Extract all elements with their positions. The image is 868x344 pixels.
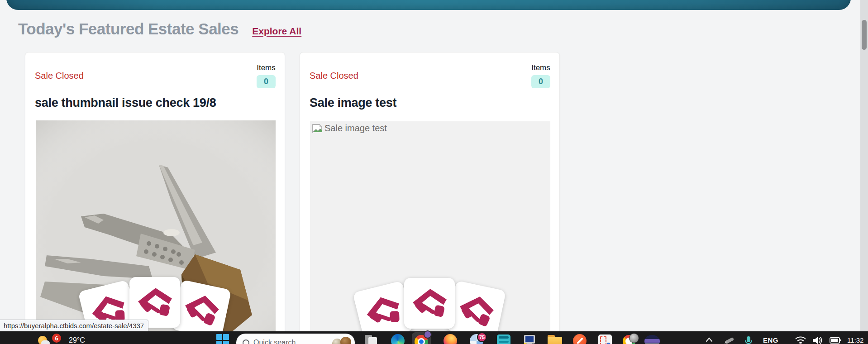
microphone-icon[interactable] <box>744 336 753 344</box>
search-icon <box>243 339 249 344</box>
editor-app-icon[interactable] <box>573 334 587 344</box>
page-scrollbar[interactable] <box>860 0 868 331</box>
temperature-label[interactable]: 29°C <box>69 336 85 344</box>
estate-sale-card-2[interactable]: Sale Closed Items 0 Sale image test Sale… <box>300 52 560 344</box>
items-count-badge: 0 <box>257 75 276 88</box>
estate-sale-card-1[interactable]: Sale Closed Items 0 sale thumbnail issue… <box>25 52 285 344</box>
sale-status-label: Sale Closed <box>35 71 84 81</box>
chrome-browser-icon[interactable] <box>412 332 431 344</box>
chrome-profile-badge-icon <box>424 330 432 339</box>
planner-count-badge: 75 <box>477 332 487 342</box>
windows-taskbar: 6 29°C Quick search 75 <box>0 331 868 344</box>
items-label: Items <box>257 63 276 72</box>
taskbar-search-input[interactable]: Quick search <box>236 334 355 344</box>
remote-desktop-icon[interactable] <box>522 335 536 344</box>
task-view-icon[interactable] <box>365 335 378 344</box>
weather-widget-icon[interactable] <box>38 336 50 344</box>
card-head: Sale Closed Items 0 <box>25 53 285 91</box>
image-alt-text: Sale image test <box>324 123 387 134</box>
sale-status-label: Sale Closed <box>310 71 358 81</box>
bing-daily-image-icon <box>331 336 351 344</box>
page-title: Today's Featured Estate Sales <box>18 20 238 38</box>
notification-count-badge[interactable]: 6 <box>51 333 62 344</box>
featured-sales-header: Today's Featured Estate Sales Explore Al… <box>18 20 301 38</box>
items-count-badge: 0 <box>531 75 550 88</box>
broken-image-indicator: Sale image test <box>312 123 387 134</box>
language-indicator[interactable]: ENG <box>763 336 778 344</box>
sale-title[interactable]: sale thumbnail issue check 19/8 <box>35 96 216 110</box>
house-gavel-logo-icon <box>172 280 232 337</box>
chrome-profile-window-icon[interactable] <box>623 334 638 344</box>
pen-icon[interactable] <box>723 336 735 344</box>
speaker-icon[interactable] <box>812 336 824 344</box>
explore-all-link[interactable]: Explore All <box>252 26 301 37</box>
windows-start-button[interactable] <box>216 334 229 344</box>
firefox-browser-icon[interactable] <box>444 334 457 344</box>
wifi-icon[interactable] <box>795 336 806 344</box>
battery-icon[interactable] <box>829 336 842 344</box>
planner-app-icon[interactable]: 75 <box>470 334 484 344</box>
notepad-app-icon[interactable] <box>497 334 510 344</box>
search-placeholder: Quick search <box>253 339 327 344</box>
tray-chevron-up-icon[interactable] <box>704 336 714 344</box>
sale-image-broken[interactable]: Sale image test <box>310 121 550 338</box>
edge-browser-icon[interactable] <box>391 334 405 344</box>
items-counter: Items 0 <box>531 63 550 88</box>
items-label: Items <box>531 63 550 72</box>
sale-photo-pocket-knife[interactable] <box>36 120 276 337</box>
hero-banner-bottom <box>6 0 851 10</box>
link-target-status-bar: https://buyeralpha.ctbids.com/estate-sal… <box>0 320 148 332</box>
broken-image-icon <box>312 124 323 134</box>
sale-title[interactable]: Sale image test <box>310 96 396 110</box>
snipping-tool-icon[interactable] <box>598 334 612 344</box>
clock-label[interactable]: 11:32 <box>847 336 863 344</box>
house-gavel-logo-icon <box>404 278 455 329</box>
card-head: Sale Closed Items 0 <box>300 53 559 91</box>
file-explorer-icon[interactable] <box>548 335 562 344</box>
scrollbar-thumb[interactable] <box>862 20 867 50</box>
browser-viewport: Today's Featured Estate Sales Explore Al… <box>0 0 868 344</box>
eclipse-ide-icon[interactable] <box>644 335 660 344</box>
items-counter: Items 0 <box>257 63 276 88</box>
